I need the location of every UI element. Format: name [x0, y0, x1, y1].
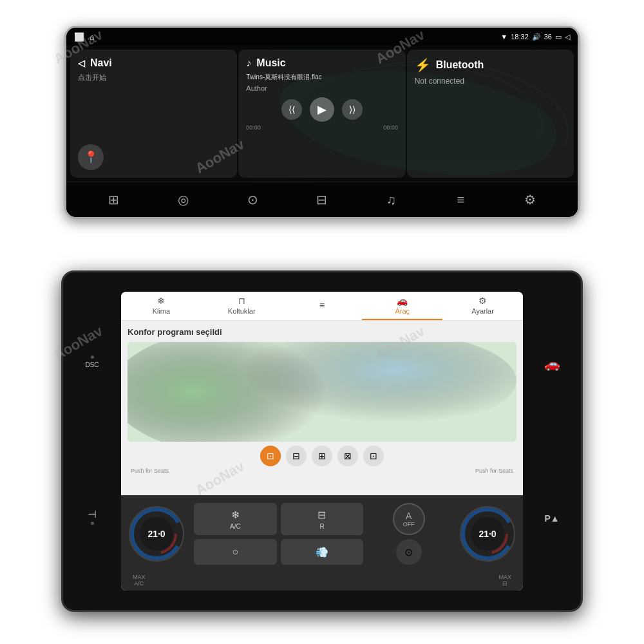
klima-label: Klima	[153, 307, 171, 315]
ac-buttons: ❄ A/C ⊟ R A OFF ○	[191, 503, 453, 565]
push-row: Push for Seats Push for Seats	[128, 468, 516, 474]
car-icon-button[interactable]: 🚗	[544, 356, 560, 372]
rear-window-icon: ⊟	[317, 509, 326, 521]
status-icons: ▼ 18:32 🔊 36 ▭ ◁	[500, 33, 570, 41]
ac-label: A/C	[230, 523, 241, 530]
klima-icon: ❄	[157, 296, 165, 306]
house-icon[interactable]: ⌂	[90, 32, 95, 42]
right-panel: 🚗 P▲	[523, 272, 581, 610]
car-silhouette-icon: 🚗	[544, 357, 560, 371]
volume-level: 36	[544, 33, 552, 41]
koltuklar-icon: ⊓	[238, 296, 245, 306]
mode-seat-icon[interactable]: ⊡	[260, 446, 281, 466]
max-labels-row: MAXA/C MAX⊟	[121, 573, 523, 591]
home-icon[interactable]: ⬜	[74, 32, 84, 42]
menu-icon: ≡	[319, 300, 325, 310]
mode-seat2-icon[interactable]: ⊡	[363, 446, 384, 466]
left-dot2	[91, 522, 94, 525]
max-heat-label: MAX⊟	[498, 574, 511, 587]
climate-main: Konfor programı seçildi	[121, 321, 523, 495]
play-button[interactable]: ▶	[310, 97, 334, 122]
top-screen: ⬜ ⌂ ▼ 18:32 🔊 36 ▭ ◁ ◁ Navi 点击开始	[66, 28, 578, 217]
tab-ayarlar[interactable]: ⚙ Ayarlar	[442, 292, 523, 320]
tab-koltuklar[interactable]: ⊓ Koltuklar	[202, 292, 282, 320]
car-image-area	[128, 342, 516, 442]
tab-arac[interactable]: 🚗 Araç	[362, 292, 442, 320]
navi-card[interactable]: ◁ Navi 点击开始 📍	[70, 50, 237, 178]
fan-button[interactable]: 💨	[281, 539, 364, 565]
bottom-unit: DSC ⊣ 🚗 P▲ ❄ Klima ⊓ Kolt	[61, 270, 583, 612]
music-title: ♪ Music	[246, 57, 397, 69]
mode-icons-row: ⊡ ⊟ ⊞ ⊠ ⊡	[128, 446, 516, 466]
off-button[interactable]: A OFF	[393, 503, 425, 535]
mode-fan1-icon[interactable]: ⊟	[286, 446, 307, 466]
location-icon: 📍	[84, 150, 98, 164]
tab-menu[interactable]: ≡	[282, 292, 363, 320]
rear-window-button[interactable]: ⊟ R	[281, 503, 364, 535]
top-unit: ⬜ ⌂ ▼ 18:32 🔊 36 ▭ ◁ ◁ Navi 点击开始	[64, 26, 580, 219]
dsc-button[interactable]: DSC	[85, 355, 99, 368]
heated-steering-button[interactable]: ○	[194, 539, 277, 565]
wifi-icon: ▼	[500, 33, 507, 41]
music-card[interactable]: ♪ Music Twins-莫斯科没有眼泪.flac Author ⟨⟨ ▶ ⟩…	[238, 50, 405, 178]
nav-radio[interactable]: ⊙	[241, 188, 264, 211]
nav-apps[interactable]: ⊟	[310, 188, 334, 211]
bluetooth-icon: ⚡	[415, 57, 431, 73]
steering-icon: ○	[232, 546, 238, 558]
prev-button[interactable]: ⟨⟨	[281, 99, 302, 120]
park-assist-button[interactable]: P▲	[544, 513, 559, 526]
left-panel: DSC ⊣	[63, 272, 121, 610]
navi-location-button[interactable]: 📍	[78, 144, 104, 170]
nav-music[interactable]: ♫	[380, 188, 403, 211]
nav-compass[interactable]: ◎	[172, 188, 195, 211]
bluetooth-status: Not connected	[415, 77, 566, 86]
left-temp-label: 21·0	[147, 529, 165, 539]
push-left-label: Push for Seats	[131, 468, 169, 474]
volume-icon: 🔊	[532, 33, 541, 41]
bottom-nav: ⊞ ◎ ⊙ ⊟ ♫ ≡ ⚙	[66, 182, 578, 217]
dsc-dot	[91, 355, 94, 359]
park-assist-icon: P▲	[544, 513, 559, 524]
rear-label: R	[319, 523, 324, 530]
time-bar: 00:00 00:00	[246, 124, 397, 131]
status-time: 18:32	[511, 33, 529, 41]
music-note-icon: ♪	[246, 57, 251, 69]
climate-bottom: 21·0 ❄ A/C ⊟ R A OFF	[121, 495, 523, 573]
bluetooth-title: ⚡ Bluetooth	[415, 57, 566, 73]
ac-snowflake-icon: ❄	[231, 509, 240, 521]
left-temp-knob[interactable]: 21·0	[128, 505, 185, 563]
climate-screen: ❄ Klima ⊓ Koltuklar ≡ 🚗 Araç ⚙ Ayarlar	[121, 292, 523, 591]
back-icon[interactable]: ◁	[565, 33, 570, 41]
right-temp-knob[interactable]: 21·0	[459, 505, 516, 563]
center-dial[interactable]: ⊙	[396, 539, 422, 565]
push-right-label: Push for Seats	[475, 468, 513, 474]
dsc-label: DSC	[85, 361, 99, 368]
navi-title: ◁ Navi	[78, 57, 229, 69]
ayarlar-icon: ⚙	[478, 296, 487, 306]
battery-icon: ▭	[555, 33, 562, 41]
mode-fan3-icon[interactable]: ⊠	[337, 446, 358, 466]
home-icons: ⬜ ⌂	[74, 32, 95, 42]
nav-video[interactable]: ⊞	[102, 188, 126, 211]
time-end: 00:00	[383, 124, 398, 131]
mode-fan2-icon[interactable]: ⊞	[312, 446, 332, 466]
off-a-icon: A	[406, 511, 412, 521]
bluetooth-card[interactable]: ⚡ Bluetooth Not connected	[407, 50, 574, 178]
right-temp-label: 21·0	[478, 529, 496, 539]
off-label: OFF	[403, 521, 415, 527]
tab-klima[interactable]: ❄ Klima	[121, 292, 202, 320]
main-content: ◁ Navi 点击开始 📍 ♪ Music Twins-莫斯科没有眼泪.flac…	[66, 46, 578, 182]
off-button-container: A OFF	[367, 503, 450, 535]
next-button[interactable]: ⟩⟩	[342, 99, 363, 120]
navi-arrow-icon: ◁	[78, 58, 85, 68]
arac-label: Araç	[395, 307, 410, 315]
navi-subtitle: 点击开始	[78, 73, 229, 82]
max-ac-label: MAXA/C	[133, 574, 146, 587]
nav-layers[interactable]: ≡	[449, 188, 472, 211]
comfort-title: Konfor programı seçildi	[128, 327, 516, 337]
music-author: Author	[246, 84, 397, 92]
music-track: Twins-莫斯科没有眼泪.flac	[246, 73, 375, 82]
ac-button[interactable]: ❄ A/C	[194, 503, 277, 535]
nav-settings[interactable]: ⚙	[518, 188, 542, 211]
left-symbol-button[interactable]: ⊣	[88, 508, 97, 527]
